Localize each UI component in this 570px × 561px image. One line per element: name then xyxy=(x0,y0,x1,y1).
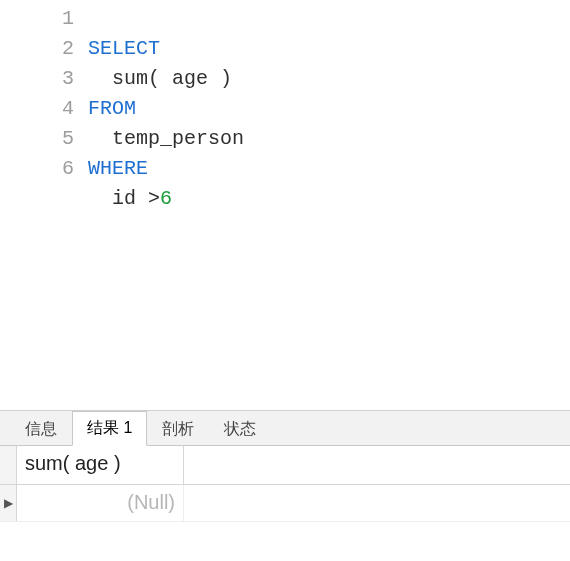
code-line: temp_person xyxy=(88,127,244,150)
line-number: 1 xyxy=(0,4,74,34)
keyword: FROM xyxy=(88,97,136,120)
code-line: FROM xyxy=(88,97,136,120)
code-content[interactable]: SELECT sum( age ) FROM temp_person WHERE… xyxy=(88,0,570,410)
line-number-gutter: 1 2 3 4 5 6 xyxy=(0,0,88,410)
tab-result1[interactable]: 结果 1 xyxy=(72,411,147,446)
cell-value[interactable]: (Null) xyxy=(17,485,184,521)
sql-tool-panel: 1 2 3 4 5 6 SELECT sum( age ) FROM temp_… xyxy=(0,0,570,561)
identifier: temp_person xyxy=(88,127,244,150)
code-editor[interactable]: 1 2 3 4 5 6 SELECT sum( age ) FROM temp_… xyxy=(0,0,570,411)
column-header[interactable]: sum( age ) xyxy=(17,446,184,484)
code-line: SELECT xyxy=(88,37,160,60)
table-row[interactable]: ▶ (Null) xyxy=(0,485,570,522)
results-grid: sum( age ) ▶ (Null) xyxy=(0,446,570,561)
keyword: SELECT xyxy=(88,37,160,60)
identifier: sum xyxy=(112,67,148,90)
line-number: 5 xyxy=(0,124,74,154)
number-literal: 6 xyxy=(160,187,172,210)
identifier xyxy=(88,67,112,90)
row-handle-header xyxy=(0,446,17,484)
tab-status[interactable]: 状态 xyxy=(209,412,271,446)
identifier: ( age ) xyxy=(148,67,232,90)
tab-info[interactable]: 信息 xyxy=(10,412,72,446)
line-number: 2 xyxy=(0,34,74,64)
line-number: 3 xyxy=(0,64,74,94)
line-number: 4 xyxy=(0,94,74,124)
code-line: sum( age ) xyxy=(88,67,232,90)
current-row-marker-icon: ▶ xyxy=(0,485,17,521)
results-tabbar: 信息 结果 1 剖析 状态 xyxy=(0,411,570,446)
tab-profile[interactable]: 剖析 xyxy=(147,412,209,446)
identifier: id > xyxy=(88,187,160,210)
line-number: 6 xyxy=(0,154,74,184)
grid-header-row: sum( age ) xyxy=(0,446,570,485)
code-line: WHERE xyxy=(88,157,148,180)
code-line: id >6 xyxy=(88,187,172,210)
keyword: WHERE xyxy=(88,157,148,180)
